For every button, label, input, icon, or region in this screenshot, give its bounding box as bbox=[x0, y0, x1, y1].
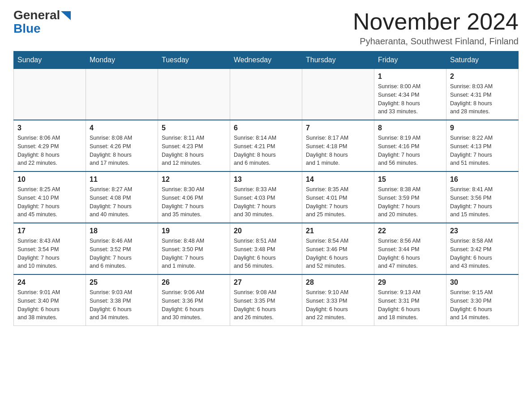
day-info: Sunrise: 9:10 AM Sunset: 3:33 PM Dayligh… bbox=[306, 288, 370, 322]
calendar-day-cell: 21Sunrise: 8:54 AM Sunset: 3:46 PM Dayli… bbox=[302, 223, 374, 274]
logo-triangle-icon bbox=[61, 11, 71, 20]
day-number: 11 bbox=[90, 176, 154, 184]
page-header: General Blue November 2024 Pyhaeranta, S… bbox=[13, 9, 519, 47]
logo: General Blue bbox=[13, 9, 71, 36]
day-info: Sunrise: 8:35 AM Sunset: 4:01 PM Dayligh… bbox=[306, 185, 370, 219]
day-number: 28 bbox=[306, 278, 370, 287]
day-info: Sunrise: 8:56 AM Sunset: 3:44 PM Dayligh… bbox=[378, 237, 442, 270]
day-number: 10 bbox=[17, 176, 82, 184]
calendar-day-cell: 11Sunrise: 8:27 AM Sunset: 4:08 PM Dayli… bbox=[86, 171, 158, 223]
day-number: 23 bbox=[450, 227, 515, 235]
calendar-day-cell: 13Sunrise: 8:33 AM Sunset: 4:03 PM Dayli… bbox=[230, 171, 302, 223]
day-number: 9 bbox=[450, 124, 515, 132]
day-number: 1 bbox=[378, 73, 442, 81]
day-number: 12 bbox=[162, 176, 226, 184]
day-info: Sunrise: 8:54 AM Sunset: 3:46 PM Dayligh… bbox=[306, 237, 370, 270]
day-info: Sunrise: 8:03 AM Sunset: 4:31 PM Dayligh… bbox=[450, 82, 515, 116]
day-number: 24 bbox=[17, 278, 82, 287]
day-info: Sunrise: 8:27 AM Sunset: 4:08 PM Dayligh… bbox=[90, 185, 154, 219]
calendar-day-cell: 18Sunrise: 8:46 AM Sunset: 3:52 PM Dayli… bbox=[86, 223, 158, 274]
day-info: Sunrise: 8:38 AM Sunset: 3:59 PM Dayligh… bbox=[378, 185, 442, 219]
calendar-week-row: 1Sunrise: 8:00 AM Sunset: 4:34 PM Daylig… bbox=[14, 69, 519, 120]
day-number: 15 bbox=[378, 176, 442, 184]
calendar-day-cell: 8Sunrise: 8:19 AM Sunset: 4:16 PM Daylig… bbox=[374, 120, 446, 171]
day-number: 3 bbox=[17, 124, 82, 132]
day-info: Sunrise: 9:13 AM Sunset: 3:31 PM Dayligh… bbox=[378, 288, 442, 322]
day-number: 2 bbox=[450, 73, 515, 81]
calendar-day-cell: 30Sunrise: 9:15 AM Sunset: 3:30 PM Dayli… bbox=[446, 274, 519, 326]
calendar-day-cell bbox=[86, 69, 158, 120]
calendar-day-cell: 25Sunrise: 9:03 AM Sunset: 3:38 PM Dayli… bbox=[86, 274, 158, 326]
day-info: Sunrise: 9:15 AM Sunset: 3:30 PM Dayligh… bbox=[450, 288, 515, 322]
day-info: Sunrise: 9:01 AM Sunset: 3:40 PM Dayligh… bbox=[17, 288, 82, 322]
calendar-day-cell: 17Sunrise: 8:43 AM Sunset: 3:54 PM Dayli… bbox=[14, 223, 86, 274]
day-number: 4 bbox=[90, 124, 154, 132]
calendar-day-cell: 2Sunrise: 8:03 AM Sunset: 4:31 PM Daylig… bbox=[446, 69, 519, 120]
day-number: 14 bbox=[306, 176, 370, 184]
calendar-day-cell: 1Sunrise: 8:00 AM Sunset: 4:34 PM Daylig… bbox=[374, 69, 446, 120]
calendar-table: SundayMondayTuesdayWednesdayThursdayFrid… bbox=[13, 51, 519, 326]
day-info: Sunrise: 8:33 AM Sunset: 4:03 PM Dayligh… bbox=[234, 185, 298, 219]
calendar-week-row: 10Sunrise: 8:25 AM Sunset: 4:10 PM Dayli… bbox=[14, 171, 519, 223]
day-info: Sunrise: 8:48 AM Sunset: 3:50 PM Dayligh… bbox=[162, 237, 226, 270]
day-number: 26 bbox=[162, 278, 226, 287]
logo-general: General bbox=[13, 9, 60, 21]
day-info: Sunrise: 8:51 AM Sunset: 3:48 PM Dayligh… bbox=[234, 237, 298, 270]
day-number: 7 bbox=[306, 124, 370, 132]
calendar-day-cell: 16Sunrise: 8:41 AM Sunset: 3:56 PM Dayli… bbox=[446, 171, 519, 223]
day-number: 29 bbox=[378, 278, 442, 287]
day-info: Sunrise: 8:06 AM Sunset: 4:29 PM Dayligh… bbox=[17, 134, 82, 167]
calendar-day-cell bbox=[230, 69, 302, 120]
calendar-day-cell: 9Sunrise: 8:22 AM Sunset: 4:13 PM Daylig… bbox=[446, 120, 519, 171]
day-info: Sunrise: 8:58 AM Sunset: 3:42 PM Dayligh… bbox=[450, 237, 515, 270]
calendar-day-header: Wednesday bbox=[230, 51, 302, 69]
calendar-day-cell: 20Sunrise: 8:51 AM Sunset: 3:48 PM Dayli… bbox=[230, 223, 302, 274]
calendar-week-row: 24Sunrise: 9:01 AM Sunset: 3:40 PM Dayli… bbox=[14, 274, 519, 326]
day-info: Sunrise: 8:14 AM Sunset: 4:21 PM Dayligh… bbox=[234, 134, 298, 167]
calendar-day-header: Tuesday bbox=[158, 51, 230, 69]
calendar-day-cell bbox=[302, 69, 374, 120]
calendar-day-cell: 6Sunrise: 8:14 AM Sunset: 4:21 PM Daylig… bbox=[230, 120, 302, 171]
day-info: Sunrise: 8:08 AM Sunset: 4:26 PM Dayligh… bbox=[90, 134, 154, 167]
location-title: Pyhaeranta, Southwest Finland, Finland bbox=[353, 36, 519, 47]
day-info: Sunrise: 8:00 AM Sunset: 4:34 PM Dayligh… bbox=[378, 82, 442, 116]
day-number: 25 bbox=[90, 278, 154, 287]
day-info: Sunrise: 8:17 AM Sunset: 4:18 PM Dayligh… bbox=[306, 134, 370, 167]
day-number: 5 bbox=[162, 124, 226, 132]
calendar-day-cell: 29Sunrise: 9:13 AM Sunset: 3:31 PM Dayli… bbox=[374, 274, 446, 326]
calendar-day-cell: 22Sunrise: 8:56 AM Sunset: 3:44 PM Dayli… bbox=[374, 223, 446, 274]
day-info: Sunrise: 8:19 AM Sunset: 4:16 PM Dayligh… bbox=[378, 134, 442, 167]
calendar-day-cell: 12Sunrise: 8:30 AM Sunset: 4:06 PM Dayli… bbox=[158, 171, 230, 223]
calendar-day-cell: 19Sunrise: 8:48 AM Sunset: 3:50 PM Dayli… bbox=[158, 223, 230, 274]
calendar-day-cell: 27Sunrise: 9:08 AM Sunset: 3:35 PM Dayli… bbox=[230, 274, 302, 326]
day-info: Sunrise: 8:11 AM Sunset: 4:23 PM Dayligh… bbox=[162, 134, 226, 167]
month-title: November 2024 bbox=[353, 9, 519, 34]
day-info: Sunrise: 8:43 AM Sunset: 3:54 PM Dayligh… bbox=[17, 237, 82, 270]
day-info: Sunrise: 8:25 AM Sunset: 4:10 PM Dayligh… bbox=[17, 185, 82, 219]
day-number: 27 bbox=[234, 278, 298, 287]
calendar-day-header: Monday bbox=[86, 51, 158, 69]
day-number: 21 bbox=[306, 227, 370, 235]
day-info: Sunrise: 8:22 AM Sunset: 4:13 PM Dayligh… bbox=[450, 134, 515, 167]
calendar-week-row: 17Sunrise: 8:43 AM Sunset: 3:54 PM Dayli… bbox=[14, 223, 519, 274]
logo-blue: Blue bbox=[13, 21, 41, 35]
calendar-day-header: Friday bbox=[374, 51, 446, 69]
calendar-day-header: Saturday bbox=[446, 51, 519, 69]
calendar-day-cell: 14Sunrise: 8:35 AM Sunset: 4:01 PM Dayli… bbox=[302, 171, 374, 223]
day-number: 22 bbox=[378, 227, 442, 235]
day-number: 13 bbox=[234, 176, 298, 184]
calendar-day-cell: 23Sunrise: 8:58 AM Sunset: 3:42 PM Dayli… bbox=[446, 223, 519, 274]
calendar-day-header: Sunday bbox=[14, 51, 86, 69]
day-number: 30 bbox=[450, 278, 515, 287]
day-number: 16 bbox=[450, 176, 515, 184]
day-info: Sunrise: 8:46 AM Sunset: 3:52 PM Dayligh… bbox=[90, 237, 154, 270]
calendar-day-cell: 7Sunrise: 8:17 AM Sunset: 4:18 PM Daylig… bbox=[302, 120, 374, 171]
day-number: 18 bbox=[90, 227, 154, 235]
day-info: Sunrise: 9:03 AM Sunset: 3:38 PM Dayligh… bbox=[90, 288, 154, 322]
day-number: 6 bbox=[234, 124, 298, 132]
calendar-day-cell: 15Sunrise: 8:38 AM Sunset: 3:59 PM Dayli… bbox=[374, 171, 446, 223]
day-info: Sunrise: 9:08 AM Sunset: 3:35 PM Dayligh… bbox=[234, 288, 298, 322]
calendar-day-header: Thursday bbox=[302, 51, 374, 69]
calendar-week-row: 3Sunrise: 8:06 AM Sunset: 4:29 PM Daylig… bbox=[14, 120, 519, 171]
calendar-day-cell: 28Sunrise: 9:10 AM Sunset: 3:33 PM Dayli… bbox=[302, 274, 374, 326]
